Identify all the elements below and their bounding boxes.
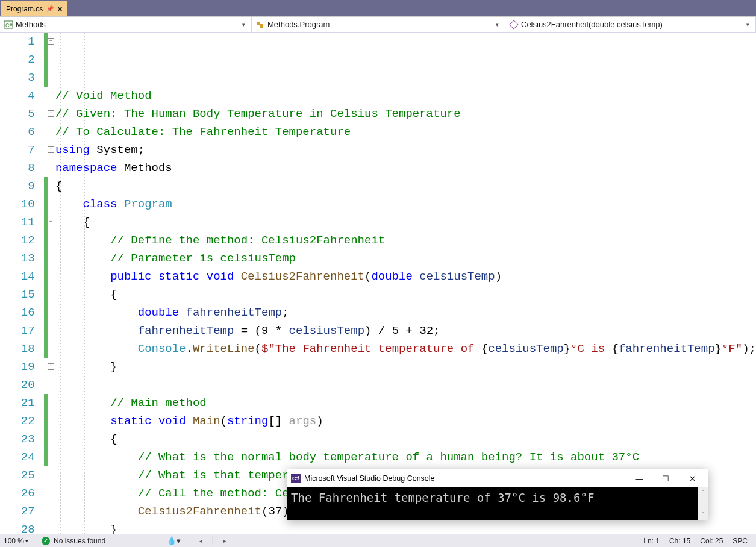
code-line[interactable]	[55, 376, 756, 394]
console-titlebar[interactable]: C:\ Microsoft Visual Studio Debug Consol…	[287, 469, 708, 487]
nav-scope-text: Methods	[16, 20, 239, 29]
file-tab-program-cs[interactable]: Program.cs 📌 ×	[1, 1, 67, 16]
status-mode[interactable]: SPC	[733, 537, 748, 545]
horizontal-scrollbar[interactable]	[212, 537, 213, 545]
code-area[interactable]: // Void Method// Given: The Human Body T…	[54, 33, 756, 534]
code-line[interactable]: namespace Methods	[55, 159, 756, 177]
outline-fold-column: −−−−−	[48, 33, 54, 534]
console-app-icon: C:\	[291, 474, 301, 483]
fold-toggle[interactable]: −	[48, 38, 54, 45]
csharp-file-icon: C#	[4, 20, 13, 30]
fold-toggle[interactable]: −	[48, 146, 54, 153]
chevron-down-icon[interactable]: ▾	[743, 22, 752, 28]
chevron-down-icon: ▾	[25, 538, 28, 544]
code-line[interactable]: {	[55, 177, 756, 195]
scroll-right-icon[interactable]: ▸	[220, 538, 229, 544]
class-icon	[255, 20, 265, 30]
nav-scope-text: Methods.Program	[267, 20, 493, 29]
code-line[interactable]: double fahrenheitTemp;	[55, 304, 756, 322]
code-line[interactable]: }	[55, 358, 756, 376]
code-line[interactable]: // Main method	[55, 394, 756, 412]
preview-icon[interactable]: 💧▾	[167, 536, 181, 545]
fold-toggle[interactable]: −	[48, 363, 54, 370]
issues-ok-icon[interactable]: ✓	[42, 537, 50, 545]
tab-filename: Program.cs	[6, 5, 43, 13]
code-editor[interactable]: 1234567891011121314151617181920212223242…	[0, 33, 756, 534]
console-title-text: Microsoft Visual Studio Debug Console	[304, 474, 435, 483]
code-line[interactable]: fahrenheitTemp = (9 * celsiusTemp) / 5 +…	[55, 322, 756, 340]
code-line[interactable]: using System;	[55, 141, 756, 159]
console-scrollbar[interactable]: ˄ ˅	[698, 487, 708, 520]
nav-scope-class[interactable]: Methods.Program ▾	[252, 17, 505, 32]
chevron-down-icon[interactable]: ▾	[493, 22, 501, 28]
status-line[interactable]: Ln: 1	[643, 537, 660, 545]
fold-toggle[interactable]: −	[48, 219, 54, 225]
status-bar: 100 % ▾ ✓ No issues found 💧▾ ◂ ▸ Ln: 1 C…	[0, 534, 756, 547]
code-line[interactable]: // To Calculate: The Fahrenheit Temperat…	[55, 123, 756, 141]
close-button[interactable]: ✕	[679, 470, 705, 487]
debug-console-window[interactable]: C:\ Microsoft Visual Studio Debug Consol…	[287, 469, 708, 520]
code-line[interactable]: // Parameter is celsiusTemp	[55, 249, 756, 267]
code-line[interactable]: {	[55, 286, 756, 304]
code-line[interactable]: // Void Method	[55, 87, 756, 105]
scroll-left-icon[interactable]: ◂	[196, 538, 205, 544]
scroll-up-icon[interactable]: ˄	[698, 487, 708, 498]
minimize-button[interactable]: —	[626, 470, 652, 487]
code-line[interactable]: // What is the normal body temperature o…	[55, 448, 756, 466]
issues-text: No issues found	[54, 537, 105, 545]
code-line[interactable]: Console.WriteLine($"The Fahrenheit tempe…	[55, 340, 756, 358]
close-icon[interactable]: ×	[57, 4, 62, 14]
code-line[interactable]: // Given: The Human Body Temperature in …	[55, 105, 756, 123]
scroll-down-icon[interactable]: ˅	[698, 510, 708, 520]
method-icon	[509, 20, 519, 30]
nav-scope-text: Celsius2Fahrenheit(double celsiusTemp)	[521, 20, 743, 29]
code-line[interactable]: class Program	[55, 195, 756, 213]
line-number-gutter: 1234567891011121314151617181920212223242…	[0, 33, 44, 534]
nav-scope-member[interactable]: Celsius2Fahrenheit(double celsiusTemp) ▾	[505, 17, 756, 32]
svg-text:C#: C#	[5, 22, 13, 28]
console-output: The Fahrenheit temperature of 37°C is 98…	[287, 487, 708, 520]
zoom-selector[interactable]: 100 % ▾	[4, 537, 28, 545]
svg-rect-3	[260, 24, 263, 28]
navigation-bar: C# Methods ▾ Methods.Program ▾ Celsius2F…	[0, 16, 756, 33]
maximize-button[interactable]: ☐	[652, 470, 679, 487]
chevron-down-icon[interactable]: ▾	[239, 22, 248, 28]
svg-rect-4	[510, 20, 518, 28]
status-col[interactable]: Col: 25	[700, 537, 723, 545]
code-line[interactable]: static void Main(string[] args)	[55, 412, 756, 430]
document-tab-bar: Program.cs 📌 ×	[0, 0, 756, 16]
status-char[interactable]: Ch: 15	[669, 537, 690, 545]
fold-toggle[interactable]: −	[48, 110, 54, 117]
code-line[interactable]: public static void Celsius2Fahrenheit(do…	[55, 267, 756, 286]
code-line[interactable]: {	[55, 213, 756, 231]
pin-icon[interactable]: 📌	[46, 5, 54, 12]
nav-scope-project[interactable]: C# Methods ▾	[0, 17, 252, 32]
code-line[interactable]: {	[55, 430, 756, 448]
code-line[interactable]: // Define the method: Celsius2Fahrenheit	[55, 231, 756, 249]
